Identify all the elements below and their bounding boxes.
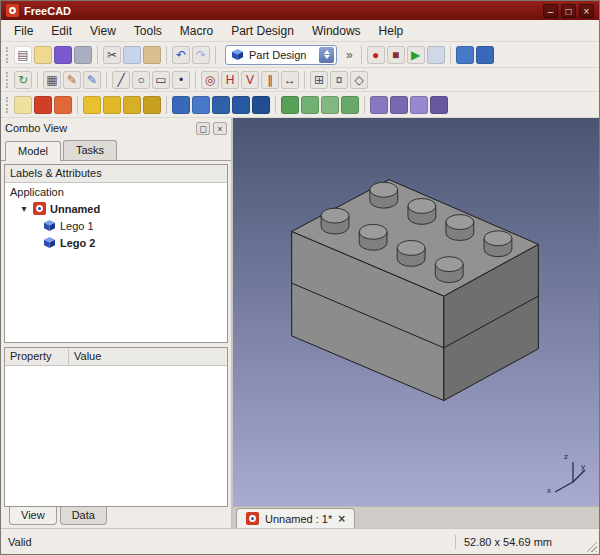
tree-item-application[interactable]: Application <box>5 183 227 200</box>
tab-model[interactable]: Model <box>5 141 61 161</box>
document-tab-unnamed[interactable]: Unnamed : 1* × <box>236 508 355 528</box>
axis-label-z: z <box>564 452 568 461</box>
edit-sketch-icon[interactable]: ✎ <box>83 71 101 89</box>
create-sketch-icon[interactable] <box>34 96 52 114</box>
create-body-icon[interactable] <box>14 96 32 114</box>
pad-icon[interactable] <box>83 96 101 114</box>
new-sketch-icon[interactable]: ✎ <box>63 71 81 89</box>
3d-viewport[interactable]: z y x <box>233 118 599 506</box>
tab-view[interactable]: View <box>9 507 57 525</box>
expander-icon[interactable]: ▾ <box>19 203 29 214</box>
menu-edit[interactable]: Edit <box>42 21 81 41</box>
panel-close-button[interactable]: × <box>213 122 227 135</box>
tree-item-lego-1[interactable]: Lego 1 <box>5 217 227 234</box>
refresh-icon[interactable]: ↻ <box>14 71 32 89</box>
copy-icon[interactable] <box>123 46 141 64</box>
lego-brick-model[interactable] <box>233 118 599 506</box>
maximize-button[interactable]: □ <box>561 4 576 18</box>
toolbar-separator <box>195 71 196 89</box>
line-icon[interactable]: ╱ <box>112 71 130 89</box>
subtractive-loft-icon[interactable] <box>232 96 250 114</box>
menu-macro[interactable]: Macro <box>171 21 222 41</box>
toolbar-separator <box>450 46 451 64</box>
panel-float-button[interactable]: ◻ <box>196 122 210 135</box>
combo-view-titlebar: Combo View ◻ × <box>1 118 231 138</box>
constraint-parallel-icon[interactable]: ∥ <box>261 71 279 89</box>
main-area: Combo View ◻ × Model Tasks Labels & Attr… <box>1 118 599 528</box>
point-icon[interactable]: • <box>172 71 190 89</box>
toolbar-overflow-chevron[interactable]: » <box>343 48 356 62</box>
mirrored-icon[interactable] <box>370 96 388 114</box>
constraint-coincident-icon[interactable]: ◎ <box>201 71 219 89</box>
property-column-header[interactable]: Property <box>5 348 69 365</box>
select-box-icon[interactable]: ▦ <box>43 71 61 89</box>
open-folder-icon[interactable] <box>34 46 52 64</box>
property-table-body <box>5 366 227 506</box>
toolbar-separator <box>361 46 362 64</box>
cut-icon[interactable]: ✂ <box>103 46 121 64</box>
macro-stop-icon[interactable]: ■ <box>387 46 405 64</box>
snap-icon[interactable]: ¤ <box>330 71 348 89</box>
constraint-horizontal-icon[interactable]: H <box>221 71 239 89</box>
menubar: FileEditViewToolsMacroPart DesignWindows… <box>1 20 599 42</box>
toolbar-handle[interactable] <box>6 47 9 63</box>
paste-icon[interactable] <box>143 46 161 64</box>
resize-grip[interactable] <box>584 539 597 552</box>
constraint-vertical-icon[interactable]: V <box>241 71 259 89</box>
close-button[interactable]: × <box>579 4 594 18</box>
circle-icon[interactable]: ○ <box>132 71 150 89</box>
combo-spinner-icon[interactable] <box>319 47 334 63</box>
menu-help[interactable]: Help <box>370 21 413 41</box>
freecad-window: FreeCAD – □ × FileEditViewToolsMacroPart… <box>0 0 600 555</box>
multitransform-icon[interactable] <box>430 96 448 114</box>
toolbar-separator <box>166 46 167 64</box>
pocket-icon[interactable] <box>172 96 190 114</box>
tree-item-lego-2[interactable]: Lego 2 <box>5 234 227 251</box>
toolbar-separator <box>166 96 167 114</box>
part-cylinder-icon[interactable] <box>476 46 494 64</box>
redo-icon[interactable]: ↷ <box>192 46 210 64</box>
toolbar-handle[interactable] <box>6 97 9 113</box>
menu-part-design[interactable]: Part Design <box>222 21 303 41</box>
toolbar-separator <box>275 96 276 114</box>
thickness-icon[interactable] <box>341 96 359 114</box>
groove-icon[interactable] <box>212 96 230 114</box>
part-box-icon[interactable] <box>456 46 474 64</box>
undo-icon[interactable]: ↶ <box>172 46 190 64</box>
menu-view[interactable]: View <box>81 21 125 41</box>
additive-loft-icon[interactable] <box>123 96 141 114</box>
subtractive-pipe-icon[interactable] <box>252 96 270 114</box>
macro-record-icon[interactable]: ● <box>367 46 385 64</box>
menu-tools[interactable]: Tools <box>125 21 171 41</box>
new-file-icon[interactable]: ▤ <box>14 46 32 64</box>
additive-pipe-icon[interactable] <box>143 96 161 114</box>
document-tab-close-icon[interactable]: × <box>338 512 345 526</box>
rectangle-icon[interactable]: ▭ <box>152 71 170 89</box>
value-column-header[interactable]: Value <box>69 348 227 365</box>
hole-icon[interactable] <box>192 96 210 114</box>
menu-windows[interactable]: Windows <box>303 21 370 41</box>
map-sketch-icon[interactable] <box>54 96 72 114</box>
revolution-icon[interactable] <box>103 96 121 114</box>
close-shape-icon[interactable]: ◇ <box>350 71 368 89</box>
minimize-button[interactable]: – <box>543 4 558 18</box>
polar-pattern-icon[interactable] <box>410 96 428 114</box>
tree-item-unnamed[interactable]: ▾ Unnamed <box>5 200 227 217</box>
macro-edit-icon[interactable] <box>427 46 445 64</box>
tab-tasks[interactable]: Tasks <box>63 140 117 160</box>
menu-file[interactable]: File <box>5 21 42 41</box>
draft-icon[interactable] <box>321 96 339 114</box>
chamfer-icon[interactable] <box>301 96 319 114</box>
macro-play-icon[interactable]: ▶ <box>407 46 425 64</box>
linear-pattern-icon[interactable] <box>390 96 408 114</box>
dimension-icon[interactable]: ↔ <box>281 71 299 89</box>
grid-icon[interactable]: ⊞ <box>310 71 328 89</box>
print-icon[interactable] <box>74 46 92 64</box>
toolbar-handle[interactable] <box>6 72 9 88</box>
property-editor: Property Value <box>4 347 228 507</box>
statusbar-separator <box>455 535 456 549</box>
fillet-icon[interactable] <box>281 96 299 114</box>
save-icon[interactable] <box>54 46 72 64</box>
tab-data[interactable]: Data <box>60 507 107 525</box>
workbench-selector[interactable]: Part Design <box>225 45 337 65</box>
